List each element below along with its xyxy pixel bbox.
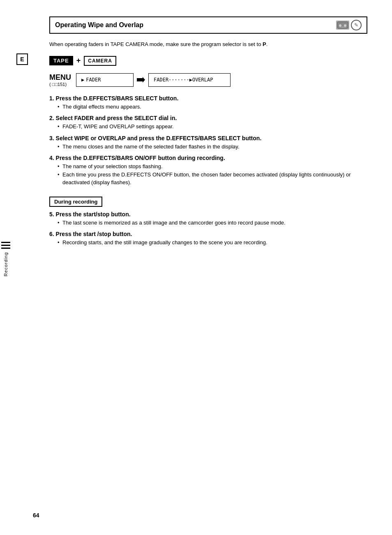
- intro-main: When operating faders in TAPE CAMERA mod…: [49, 41, 261, 47]
- badge-plus: +: [76, 56, 81, 65]
- step-3-num: 3.: [49, 135, 56, 141]
- sidebar: Recording: [0, 214, 12, 304]
- step-6-bullets: Recording starts, and the still image gr…: [58, 239, 367, 247]
- menu-box1-arrow: ▶: [81, 77, 84, 83]
- step-5-num: 5.: [49, 211, 56, 218]
- menu-ref: ( □□151): [49, 82, 71, 87]
- svg-point-1: [339, 24, 341, 27]
- badge-tape: TAPE: [49, 56, 73, 65]
- title-box: Operating Wipe and Overlap ✎: [49, 16, 367, 34]
- step-3-bullets: The menu closes and the name of the sele…: [58, 143, 367, 151]
- step-3-bullet-1: The menu closes and the name of the sele…: [58, 143, 367, 151]
- title-icons: ✎: [336, 20, 362, 30]
- step-2-title: 2. Select FADER and press the SELECT dia…: [49, 115, 367, 121]
- step-6: 6. Press the start /stop button. Recordi…: [49, 231, 367, 247]
- sidebar-text: Recording: [3, 252, 8, 276]
- menu-icon-small: □□: [52, 82, 58, 87]
- main-content: Operating Wipe and Overlap ✎ When operat…: [49, 16, 367, 247]
- menu-row: MENU ( □□151) ▶ FADER FADER·······▶OVERL…: [49, 73, 367, 87]
- step-5-bullet-1: The last scene is memorized as a still i…: [58, 219, 367, 227]
- step-4-title: 4. Press the D.EFFECTS/BARS ON/OFF butto…: [49, 155, 367, 161]
- tape-icon: [336, 21, 349, 30]
- section-marker: E: [16, 53, 28, 65]
- step-2-bullets: FADE-T, WIPE and OVERLAP settings appear…: [58, 123, 367, 131]
- svg-marker-4: [137, 77, 145, 83]
- pen-icon: ✎: [351, 20, 362, 30]
- during-recording-label: During recording: [49, 197, 102, 207]
- steps-during: 5. Press the start/stop button. The last…: [49, 211, 367, 247]
- step-1-bullet-1: The digital effects menu appears.: [58, 103, 367, 111]
- step-4-num: 4.: [49, 155, 56, 161]
- step-3-title: 3. Select WIPE or OVERLAP and press the …: [49, 135, 367, 141]
- section-marker-label: E: [20, 56, 24, 63]
- step-6-bullet-1: Recording starts, and the still image gr…: [58, 239, 367, 247]
- step-5-bullets: The last scene is memorized as a still i…: [58, 219, 367, 227]
- step-2: 2. Select FADER and press the SELECT dia…: [49, 115, 367, 131]
- menu-ref-page: 151: [58, 82, 65, 87]
- step-4-bullets: The name of your selection stops flashin…: [58, 162, 367, 187]
- menu-box2-text: FADER·······▶OVERLAP: [154, 77, 213, 83]
- menu-box-2: FADER·······▶OVERLAP: [148, 73, 231, 87]
- menu-label-text: MENU: [49, 73, 71, 82]
- step-2-bullet-1: FADE-T, WIPE and OVERLAP settings appear…: [58, 123, 367, 131]
- step-4-bullet-2: Each time you press the D.EFFECTS ON/OFF…: [58, 171, 367, 187]
- step-1: 1. Press the D.EFFECTS/BARS SELECT butto…: [49, 95, 367, 111]
- steps-main: 1. Press the D.EFFECTS/BARS SELECT butto…: [49, 95, 367, 187]
- page-number: 64: [33, 512, 39, 519]
- menu-label: MENU ( □□151): [49, 73, 71, 87]
- intro-text: When operating faders in TAPE CAMERA mod…: [49, 40, 367, 49]
- step-3: 3. Select WIPE or OVERLAP and press the …: [49, 135, 367, 151]
- step-1-title: 1. Press the D.EFFECTS/BARS SELECT butto…: [49, 95, 367, 102]
- step-2-num: 2.: [49, 115, 56, 121]
- badge-row: TAPE + CAMERA: [49, 56, 367, 66]
- step-4: 4. Press the D.EFFECTS/BARS ON/OFF butto…: [49, 155, 367, 187]
- menu-arrow: [134, 73, 148, 87]
- svg-point-2: [344, 24, 346, 27]
- badge-camera: CAMERA: [84, 56, 116, 66]
- svg-rect-3: [339, 27, 346, 28]
- step-5-title: 5. Press the start/stop button.: [49, 211, 367, 218]
- sidebar-line-2: [1, 245, 10, 246]
- sidebar-lines: [1, 242, 10, 249]
- step-4-bullet-1: The name of your selection stops flashin…: [58, 162, 367, 171]
- step-6-title: 6. Press the start /stop button.: [49, 231, 367, 237]
- menu-box-1: ▶ FADER: [76, 73, 134, 87]
- menu-ref-close: ): [65, 82, 67, 87]
- menu-ref-open: (: [49, 82, 52, 87]
- step-1-num: 1.: [49, 95, 56, 102]
- intro-symbol: P.: [263, 41, 267, 47]
- step-5: 5. Press the start/stop button. The last…: [49, 211, 367, 227]
- step-1-bullets: The digital effects menu appears.: [58, 103, 367, 111]
- sidebar-line-1: [1, 242, 10, 243]
- menu-box1-text: FADER: [86, 77, 101, 83]
- step-6-num: 6.: [49, 231, 56, 237]
- sidebar-line-3: [1, 248, 10, 249]
- title-text: Operating Wipe and Overlap: [55, 21, 143, 29]
